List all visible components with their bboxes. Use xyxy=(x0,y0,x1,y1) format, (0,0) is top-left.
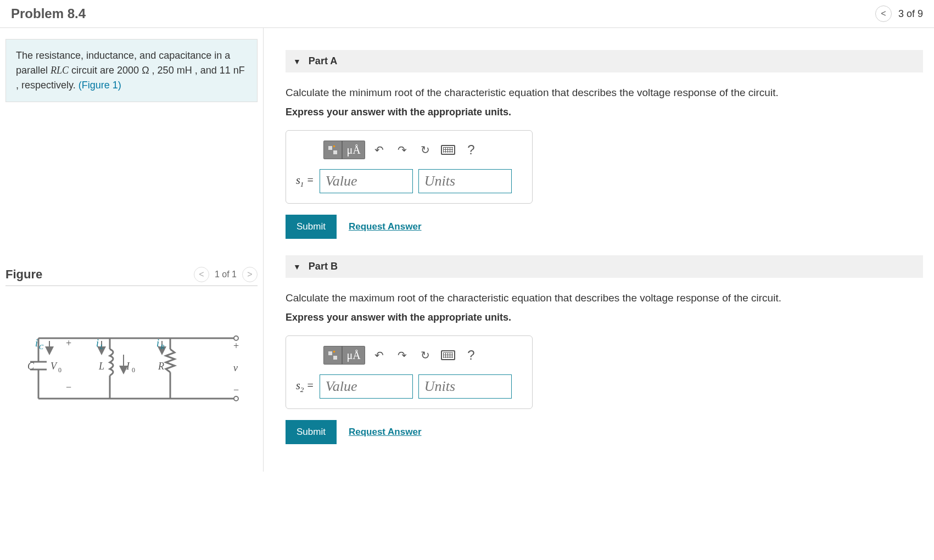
part-a-answer-box: μÅ ↶ ↷ ↻ ? s1 = xyxy=(286,130,533,204)
redo-icon[interactable]: ↷ xyxy=(393,346,411,365)
undo-icon[interactable]: ↶ xyxy=(370,346,388,365)
circuit-diagram: i C i L i R + − C V 0 L I 0 R + v xyxy=(16,319,247,415)
part-b-header[interactable]: ▼ Part B xyxy=(286,255,923,278)
help-icon[interactable]: ? xyxy=(462,346,480,365)
svg-rect-29 xyxy=(333,351,335,352)
figure-next-button[interactable]: > xyxy=(242,267,258,282)
part-b-prompt: Calculate the maximum root of the charac… xyxy=(286,292,923,304)
problem-text: circuit are 2000 xyxy=(69,65,142,76)
svg-point-10 xyxy=(234,336,238,340)
svg-rect-27 xyxy=(333,150,337,154)
units-input[interactable] xyxy=(418,374,512,399)
reset-icon[interactable]: ↻ xyxy=(416,141,434,159)
part-a-header[interactable]: ▼ Part A xyxy=(286,50,923,72)
problem-text: , 250 xyxy=(149,65,177,76)
svg-text:+: + xyxy=(233,340,239,351)
page-header: Problem 8.4 < 3 of 9 xyxy=(0,0,934,28)
action-row: Submit Request Answer xyxy=(286,215,923,239)
problem-title: Problem 8.4 xyxy=(11,6,86,21)
svg-text:−: − xyxy=(233,384,239,395)
mh-symbol: mH xyxy=(177,65,192,76)
request-answer-link[interactable]: Request Answer xyxy=(349,427,422,438)
keyboard-icon[interactable] xyxy=(439,346,457,365)
v0-label: V xyxy=(51,361,58,372)
answer-input-row: s1 = xyxy=(296,169,522,193)
svg-text:L: L xyxy=(99,343,104,351)
page-indicator: 3 of 9 xyxy=(898,8,923,20)
left-column: The resistance, inductance, and capacita… xyxy=(0,28,264,472)
svg-rect-30 xyxy=(333,356,337,360)
answer-toolbar: μÅ ↶ ↷ ↻ ? xyxy=(323,346,522,365)
variable-label: s1 = xyxy=(296,174,314,189)
format-buttons: μÅ xyxy=(323,346,365,365)
reset-icon[interactable]: ↻ xyxy=(416,346,434,365)
right-column: ▼ Part A Calculate the minimum root of t… xyxy=(264,28,934,472)
part-b-section: ▼ Part B Calculate the maximum root of t… xyxy=(286,255,923,444)
collapse-icon: ▼ xyxy=(293,57,301,66)
problem-text: , and 11 xyxy=(192,65,233,76)
variable-label: s2 = xyxy=(296,379,314,394)
part-b-answer-box: μÅ ↶ ↷ ↻ ? s2 = xyxy=(286,335,533,409)
part-a-label: Part A xyxy=(309,55,337,67)
svg-text:C: C xyxy=(39,343,44,351)
answer-toolbar: μÅ ↶ ↷ ↻ ? xyxy=(323,141,522,159)
rlc-symbol: RLC xyxy=(51,65,69,76)
template-icon[interactable] xyxy=(323,346,342,365)
svg-text:−: − xyxy=(66,382,71,393)
v-label: v xyxy=(233,362,238,373)
ir-label: i xyxy=(156,338,159,349)
part-a-instruction: Express your answer with the appropriate… xyxy=(286,107,923,118)
value-input[interactable] xyxy=(320,169,413,193)
svg-rect-25 xyxy=(328,146,332,150)
l-label: L xyxy=(98,361,104,372)
figure-counter: 1 of 1 xyxy=(215,270,237,279)
svg-text:R: R xyxy=(160,343,165,351)
page-nav: < 3 of 9 xyxy=(875,5,923,22)
units-input[interactable] xyxy=(418,169,512,193)
prev-page-button[interactable]: < xyxy=(875,5,892,22)
collapse-icon: ▼ xyxy=(293,262,301,271)
format-buttons: μÅ xyxy=(323,141,365,159)
c-label: C xyxy=(27,361,35,372)
template-icon[interactable] xyxy=(323,141,342,159)
help-icon[interactable]: ? xyxy=(462,141,480,159)
problem-statement: The resistance, inductance, and capacita… xyxy=(5,39,258,102)
svg-rect-28 xyxy=(328,351,332,355)
ohm-symbol: Ω xyxy=(142,65,149,76)
units-format-button[interactable]: μÅ xyxy=(342,141,365,159)
part-a-prompt: Calculate the minimum root of the charac… xyxy=(286,87,923,99)
figure-link[interactable]: (Figure 1) xyxy=(79,80,121,91)
il-label: i xyxy=(96,338,99,349)
answer-input-row: s2 = xyxy=(296,374,522,399)
problem-text: , respectively. xyxy=(16,80,79,91)
request-answer-link[interactable]: Request Answer xyxy=(349,221,422,232)
submit-button[interactable]: Submit xyxy=(286,420,337,444)
figure-prev-button[interactable]: < xyxy=(194,267,209,282)
svg-point-11 xyxy=(234,396,238,401)
value-input[interactable] xyxy=(320,374,413,399)
part-a-section: ▼ Part A Calculate the minimum root of t… xyxy=(286,50,923,239)
keyboard-icon[interactable] xyxy=(439,141,457,159)
svg-text:0: 0 xyxy=(132,366,135,374)
svg-rect-26 xyxy=(333,145,335,147)
figure-nav: < 1 of 1 > xyxy=(194,267,258,282)
svg-text:0: 0 xyxy=(58,366,61,374)
action-row: Submit Request Answer xyxy=(286,420,923,444)
redo-icon[interactable]: ↷ xyxy=(393,141,411,159)
submit-button[interactable]: Submit xyxy=(286,215,337,239)
ic-label: i xyxy=(35,338,38,349)
svg-text:+: + xyxy=(66,338,71,349)
part-b-label: Part B xyxy=(309,261,338,272)
figure-title: Figure xyxy=(5,267,42,282)
nf-symbol: nF xyxy=(233,65,245,76)
units-format-button[interactable]: μÅ xyxy=(342,346,365,365)
part-b-instruction: Express your answer with the appropriate… xyxy=(286,312,923,323)
figure-section: Figure < 1 of 1 > xyxy=(5,267,258,415)
i0-label: I xyxy=(126,361,130,372)
undo-icon[interactable]: ↶ xyxy=(370,141,388,159)
r-label: R xyxy=(158,361,164,372)
